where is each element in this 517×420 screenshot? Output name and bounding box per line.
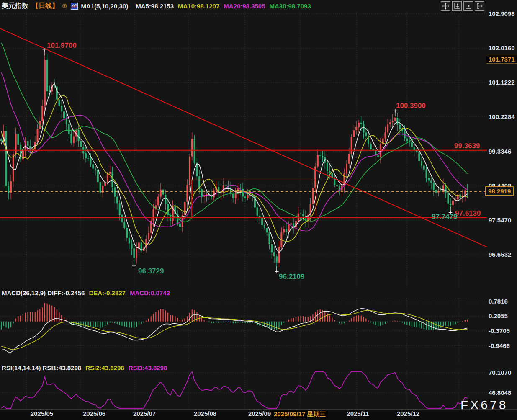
watermark: FX678 [460, 398, 508, 412]
rsi-readout-0: RSI(14,14,14) RSI1:43.8298 [2, 364, 81, 371]
export-chart-icon[interactable] [475, 1, 484, 11]
ma-settings-label: MA1(5,10,20,30) [81, 3, 129, 10]
last-price-tag: 98.2919 [485, 186, 514, 196]
chart-canvas[interactable] [0, 0, 517, 420]
fit-horizontal-axis-icon[interactable] [463, 1, 473, 11]
price-axis-label-6: 97.5470 [489, 216, 511, 224]
macd-layer [1, 303, 468, 352]
macd-readout-0: MACD(26,12,9) DIFF:-0.2456 [2, 289, 85, 296]
price-annotation-0: 101.9700 [47, 41, 77, 50]
price-axis-label-4: 99.3346 [489, 148, 511, 155]
price-annotation-3: 96.2109 [279, 273, 304, 281]
ma-readout-1: MA10:98.1207 [178, 3, 219, 10]
price-annotation-1: 100.3900 [396, 102, 426, 110]
price-axis-label-1: 102.0160 [489, 44, 515, 52]
month-label-6: 2025/12 [397, 410, 419, 417]
rsi-readout-2: RSI3:43.8298 [129, 364, 167, 371]
macd-header: MACD(26,12,9) DIFF:-0.2456DEA:-0.2827MAC… [2, 289, 174, 296]
consolidation-zone-box [192, 180, 316, 218]
macd-axis-label-1: 0.2055 [489, 312, 508, 320]
price-axis-label-2: 101.1222 [489, 79, 515, 86]
rsi-axis-label-1: 46.8048 [489, 389, 511, 396]
macd-axis-label-2: -0.3705 [489, 327, 510, 334]
ma-readout-2: MA20:98.3505 [224, 3, 265, 10]
extreme-markers-layer [43, 48, 453, 273]
price-annotation-4: 99.3639 [454, 142, 480, 150]
macd-readout-2: MACD:0.0743 [130, 289, 170, 296]
crosshair-date-readout: 2025/09/17 星期三 [272, 410, 328, 418]
macd-axis-label-3: -0.9466 [489, 342, 510, 349]
chart-toolbar [441, 1, 484, 11]
pan-icon[interactable] [441, 1, 450, 11]
rsi-readout-1: RSI2:43.8298 [85, 364, 124, 371]
ma-readout-0: MA5:98.2153 [136, 3, 174, 10]
candles-layer [0, 50, 468, 271]
month-label-4: 2025/09 [248, 410, 271, 417]
candlestick-chart-icon[interactable] [71, 3, 78, 10]
month-label-1: 2025/06 [83, 410, 105, 417]
price-annotation-5: 97.6130 [455, 209, 481, 218]
crosshair-price-tag: 101.7371 [486, 55, 517, 64]
month-label-2: 2025/07 [133, 410, 156, 417]
rsi-line [1, 371, 468, 408]
add-indicator-icon[interactable]: ⊕ [62, 2, 67, 10]
price-annotation-2: 96.3729 [138, 267, 164, 276]
gridlines-layer [0, 13, 487, 409]
price-axis-label-3: 100.2284 [489, 113, 515, 120]
rsi-axis-label-0: 70.1070 [489, 369, 511, 376]
fit-vertical-axis-icon[interactable] [452, 1, 462, 11]
chart-header: 美元指数 【日线】 ⊕ MA1(5,10,20,30) MA5:98.2153M… [0, 0, 517, 12]
chart-application: 美元指数 【日线】 ⊕ MA1(5,10,20,30) MA5:98.2153M… [0, 0, 517, 420]
ma-lines-layer [1, 43, 468, 253]
macd-axis-label-0: 0.7816 [489, 298, 508, 305]
month-label-5: 2025/11 [347, 410, 369, 417]
month-label-3: 2025/08 [194, 410, 216, 417]
price-annotation-6: 97.7479 [432, 213, 457, 221]
rsi-layer [1, 371, 468, 408]
macd-readout-1: DEA:-0.2827 [89, 289, 126, 296]
price-axis-label-7: 96.6532 [489, 251, 511, 258]
timeframe-selector[interactable]: 【日线】 [32, 2, 59, 10]
ma-readouts: MA5:98.2153MA10:98.1207MA20:98.3505MA30:… [136, 3, 315, 10]
rsi-header: RSI(14,14,14) RSI1:43.8298RSI2:43.8298RS… [2, 364, 171, 371]
ma-readout-3: MA30:98.7093 [270, 3, 311, 10]
month-label-0: 2025/05 [31, 410, 53, 417]
instrument-title: 美元指数 [2, 2, 28, 10]
